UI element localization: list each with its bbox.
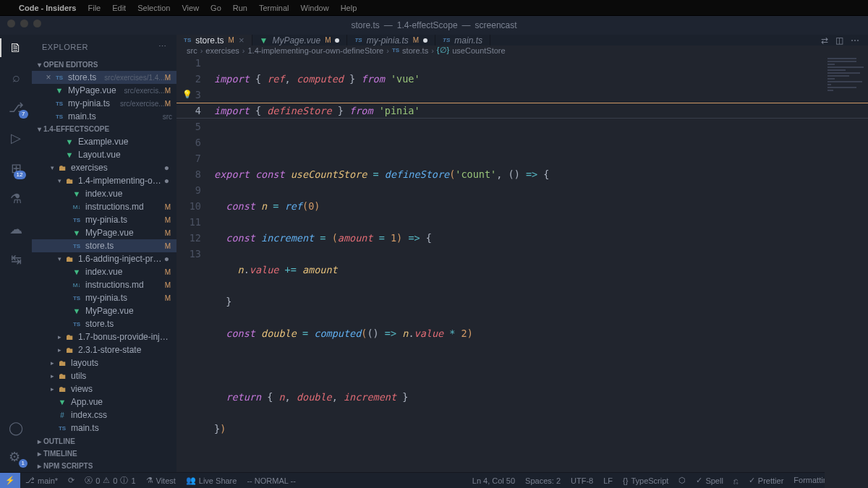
- folder-item[interactable]: ▸🖿utils: [32, 369, 176, 382]
- vue-icon: ▼: [64, 150, 75, 159]
- open-editors-header[interactable]: ▾ OPEN EDITORS: [32, 59, 176, 71]
- folder-item[interactable]: ▸🖿layouts: [32, 356, 176, 369]
- vue-icon: ▼: [64, 137, 75, 146]
- menu-go[interactable]: Go: [210, 4, 221, 12]
- file-item[interactable]: M↓instructions.mdM: [32, 200, 176, 213]
- remote-indicator[interactable]: ⚡: [0, 473, 20, 488]
- maximize-window-icon[interactable]: [33, 20, 41, 27]
- modified-indicator: M: [325, 36, 331, 44]
- split-editor-icon[interactable]: ◫: [835, 35, 843, 46]
- folder-item[interactable]: ▾🖿1.6-adding-inject-pro-...●: [32, 252, 176, 265]
- close-window-icon[interactable]: [7, 20, 15, 27]
- file-item[interactable]: ▼MyPage.vueM: [32, 226, 176, 239]
- editor-tab[interactable]: TSmy-pinia.tsM: [347, 35, 435, 46]
- search-icon[interactable]: ⌕: [12, 70, 20, 85]
- file-item[interactable]: ▼MyPage.vue: [32, 304, 176, 317]
- line-number[interactable]: 4: [176, 103, 201, 119]
- problems[interactable]: ⓧ 0 ⚠ 0 ⓘ 1: [80, 475, 140, 486]
- traffic-lights[interactable]: [7, 20, 41, 27]
- file-item[interactable]: ▼index.vue: [32, 187, 176, 200]
- menu-window[interactable]: Window: [301, 4, 329, 12]
- outline-header[interactable]: ▸ OUTLINE: [32, 435, 176, 448]
- editor-tab[interactable]: TSstore.tsM×: [176, 35, 252, 46]
- project-header[interactable]: ▾ 1.4-EFFECTSCOPE: [32, 123, 176, 135]
- open-editor-item[interactable]: ▼MyPage.vuesrc/exercis...M: [32, 84, 176, 97]
- file-item[interactable]: TSmy-pinia.tsM: [32, 291, 176, 304]
- open-editor-item[interactable]: ×TSstore.tssrc/exercises/1.4...M: [32, 71, 176, 84]
- sidebar-more-icon[interactable]: ⋯: [158, 42, 167, 51]
- file-item[interactable]: TSmain.ts: [32, 421, 176, 435]
- minimize-window-icon[interactable]: [20, 20, 28, 27]
- breadcrumb-item[interactable]: src: [187, 46, 197, 55]
- folder-item[interactable]: ▸🖿views: [32, 382, 176, 395]
- line-number[interactable]: 12: [176, 230, 201, 246]
- chevron-icon: ▸: [55, 346, 64, 354]
- modified-indicator: M: [165, 294, 172, 302]
- line-number[interactable]: 9: [176, 182, 201, 198]
- breadcrumb-item[interactable]: store.ts: [402, 46, 428, 55]
- settings-icon[interactable]: ⚙1: [9, 449, 23, 465]
- ports-icon[interactable]: ↹: [11, 252, 22, 267]
- menu-help[interactable]: Help: [341, 4, 357, 12]
- file-item[interactable]: TSmy-pinia.tsM: [32, 213, 176, 226]
- file-item[interactable]: ▼Layout.vue: [32, 148, 176, 161]
- menu-selection[interactable]: Selection: [137, 4, 170, 12]
- file-item[interactable]: #index.css: [32, 408, 176, 421]
- timeline-header[interactable]: ▸ TIMELINE: [32, 448, 176, 460]
- line-number[interactable]: 13: [176, 246, 201, 262]
- line-number[interactable]: 1: [176, 55, 201, 71]
- file-item[interactable]: M↓instructions.mdM: [32, 278, 176, 291]
- breadcrumb-item[interactable]: exercises: [205, 46, 239, 55]
- code-content[interactable]: import { ref, computed } from 'vue' impo…: [211, 55, 825, 488]
- folder-item[interactable]: ▸🖿1.7-bonus-provide-inject-ta...: [32, 330, 176, 343]
- menu-terminal[interactable]: Terminal: [259, 4, 289, 12]
- file-item[interactable]: TSstore.tsM: [32, 239, 176, 252]
- editor-tab[interactable]: TSmain.ts: [435, 35, 490, 46]
- menu-run[interactable]: Run: [233, 4, 247, 12]
- extensions-icon[interactable]: ⊞12: [11, 160, 22, 176]
- line-number[interactable]: 7: [176, 150, 201, 166]
- git-sync[interactable]: ⟳: [63, 476, 80, 485]
- open-editor-item[interactable]: TSmain.tssrc: [32, 110, 176, 123]
- testing-icon[interactable]: ⚗: [10, 191, 22, 207]
- breadcrumb-symbol[interactable]: useCountStore: [452, 46, 505, 55]
- compare-changes-icon[interactable]: ⇄: [821, 35, 828, 46]
- tree-label: exercises: [71, 163, 164, 173]
- line-number[interactable]: 11: [176, 214, 201, 230]
- close-icon[interactable]: ×: [239, 35, 244, 46]
- accounts-icon[interactable]: ◯: [9, 420, 23, 436]
- run-debug-icon[interactable]: ▷: [11, 130, 21, 146]
- file-item[interactable]: ▼index.vueM: [32, 265, 176, 278]
- folder-item[interactable]: ▾🖿exercises●: [32, 161, 176, 174]
- line-number[interactable]: 8: [176, 166, 201, 182]
- file-item[interactable]: ▼App.vue: [32, 395, 176, 408]
- menu-edit[interactable]: Edit: [112, 4, 126, 12]
- source-control-icon[interactable]: ⎇7: [9, 100, 24, 116]
- file-item[interactable]: TSstore.ts: [32, 317, 176, 330]
- npm-scripts-header[interactable]: ▸ NPM SCRIPTS: [32, 460, 176, 472]
- file-item[interactable]: ▼Example.vue: [32, 135, 176, 148]
- remote-explorer-icon[interactable]: ☁: [9, 221, 22, 237]
- timeline-label: TIMELINE: [43, 450, 77, 458]
- line-number[interactable]: 6: [176, 134, 201, 150]
- breadcrumb[interactable]: src› exercises› 1.4-implementing-our-own…: [176, 46, 868, 55]
- tabs-more-icon[interactable]: ⋯: [851, 35, 859, 46]
- close-icon[interactable]: ×: [43, 72, 54, 82]
- minimap[interactable]: [825, 55, 868, 488]
- lightbulb-icon[interactable]: 💡: [182, 87, 192, 103]
- editor-tab[interactable]: ▼MyPage.vueM: [252, 35, 348, 46]
- vitest-status[interactable]: ⚗ Vitest: [141, 476, 181, 485]
- open-editor-item[interactable]: TSmy-pinia.tssrc/exercise...M: [32, 97, 176, 110]
- breadcrumb-item[interactable]: 1.4-implementing-our-own-defineStore: [247, 46, 383, 55]
- folder-item[interactable]: ▸🖿2.3.1-store-state: [32, 343, 176, 356]
- code-editor[interactable]: 💡 12345678910111213 import { ref, comput…: [176, 55, 868, 488]
- line-number[interactable]: 5: [176, 119, 201, 134]
- sidebar-title: EXPLORER: [42, 43, 88, 51]
- menu-file[interactable]: File: [88, 4, 101, 12]
- menu-view[interactable]: View: [182, 4, 199, 12]
- folder-item[interactable]: ▾🖿1.4-implementing-our-...●: [32, 174, 176, 187]
- git-branch[interactable]: ⎇ main*: [20, 476, 63, 485]
- explorer-icon[interactable]: 🗎: [9, 40, 22, 56]
- line-number[interactable]: 2: [176, 71, 201, 87]
- line-number[interactable]: 10: [176, 198, 201, 214]
